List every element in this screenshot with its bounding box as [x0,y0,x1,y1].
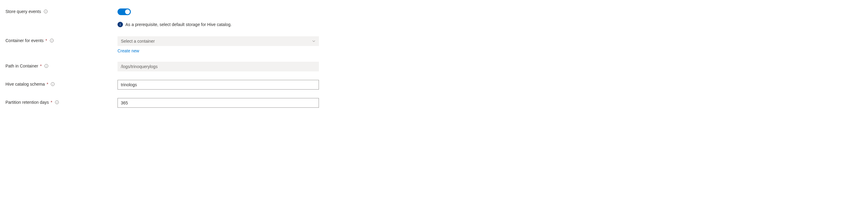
required-icon: * [51,100,52,105]
svg-text:i: i [51,39,52,42]
hive-catalog-schema-label: Hive catalog schema * i [5,80,118,87]
path-in-container-label: Path in Container * i [5,62,118,68]
required-icon: * [46,82,48,87]
create-new-link[interactable]: Create new [118,49,319,53]
hive-catalog-schema-input[interactable] [118,80,319,90]
info-badge-icon: i [118,22,123,27]
svg-text:i: i [57,101,57,104]
store-query-events-toggle[interactable] [118,8,131,15]
info-icon[interactable]: i [55,100,59,104]
label-text: Store query events [5,9,41,14]
container-for-events-label: Container for events * i [5,36,118,43]
select-placeholder: Select a container [121,39,155,43]
required-icon: * [45,38,47,43]
info-icon[interactable]: i [44,64,49,68]
label-text: Container for events [5,38,43,43]
svg-text:i: i [52,83,53,86]
input-placeholder: /logs/trinoquerylogs [121,64,157,69]
label-text: Hive catalog schema [5,82,45,87]
prerequisite-note: i As a prerequisite, select default stor… [118,22,319,27]
info-icon[interactable]: i [51,82,55,86]
required-icon: * [40,64,41,68]
toggle-thumb [125,9,130,14]
label-text: Path in Container [5,64,38,68]
partition-retention-days-input[interactable] [118,98,319,108]
partition-retention-days-label: Partition retention days * i [5,98,118,105]
info-icon[interactable]: i [43,9,48,13]
info-icon[interactable]: i [50,38,54,43]
container-select[interactable]: Select a container [118,36,319,46]
svg-text:i: i [45,10,46,13]
store-query-events-label: Store query events i [5,7,118,14]
label-text: Partition retention days [5,100,49,105]
chevron-down-icon [312,39,316,43]
note-text: As a prerequisite, select default storag… [125,22,232,27]
path-in-container-input: /logs/trinoquerylogs [118,62,319,71]
svg-text:i: i [46,65,46,67]
